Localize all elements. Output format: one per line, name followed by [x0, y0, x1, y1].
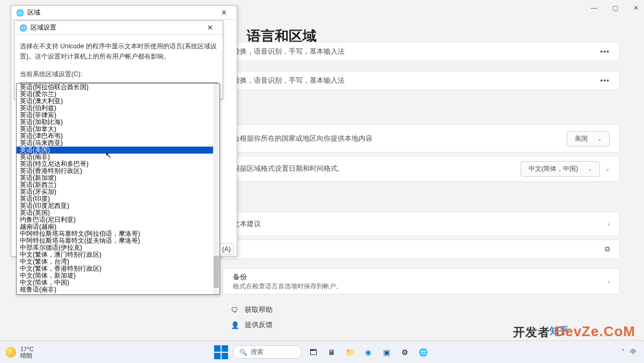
chevron-right-icon: ›: [608, 279, 610, 285]
backup-row[interactable]: 备份 格式在检查语言首选项时保存到帐户。 ›: [223, 268, 620, 294]
external-link-icon: ⧉: [605, 245, 610, 253]
weather-widget[interactable]: 17°C 晴朗: [0, 346, 34, 359]
country-region-row[interactable]: 会根据你所在的国家或地区向你提供本地内容 美国 ⌄: [223, 125, 620, 153]
ime-indicator[interactable]: 中: [630, 347, 636, 357]
text-suggestions-row[interactable]: 文本建议 ›: [223, 212, 620, 236]
more-icon[interactable]: •••: [600, 76, 610, 85]
more-icon[interactable]: •••: [600, 47, 610, 56]
region-settings-description: 选择在不支持 Unicode 的程序中显示文本时所使用的语言(系统区域设置)。这…: [20, 41, 217, 62]
store-icon[interactable]: ▣: [379, 345, 393, 359]
region-settings-title: 区域设置: [31, 23, 56, 32]
system-locale-label: 当前系统区域设置(C):: [20, 69, 217, 79]
taskbar: 17°C 晴朗 🔍 搜索 🗔 🖥 📁 ◉ ▣ ⚙ 🌐 ˄ 中: [0, 340, 644, 363]
globe-icon: 🌐: [19, 24, 27, 32]
sun-icon: [5, 347, 16, 358]
maximize-icon[interactable]: ▢: [612, 4, 618, 12]
admin-language-row[interactable]: ⧉: [223, 239, 620, 259]
card4-text: 根据区域格式设置日期和时间格式。: [233, 164, 345, 173]
locale-dropdown-list[interactable]: 英语(阿拉伯联合酋长国)英语(爱尔兰)英语(澳大利亚)英语(伯利兹)英语(菲律宾…: [16, 83, 220, 295]
search-icon: 🔍: [239, 349, 247, 356]
expand-chevron-icon[interactable]: ⌄: [605, 166, 610, 172]
close-icon[interactable]: ✕: [201, 24, 218, 32]
minimize-icon[interactable]: —: [591, 4, 597, 12]
card2-text: 转换，语音识别，手写，基本输入法: [233, 76, 345, 85]
search-placeholder: 搜索: [251, 347, 264, 357]
pinned-app-2[interactable]: 🌐: [416, 345, 430, 359]
close-icon[interactable]: ✕: [633, 4, 639, 12]
chevron-down-icon: ⌄: [588, 166, 592, 172]
region-dialog-titlebar[interactable]: 🌐 区域 ✕: [11, 6, 237, 20]
window-controls: — ▢ ✕: [591, 4, 639, 12]
backup-sub: 格式在检查语言首选项时保存到帐户。: [233, 282, 342, 291]
file-explorer-icon[interactable]: 📁: [343, 345, 357, 359]
get-help-link[interactable]: 🗨 获取帮助: [231, 305, 273, 315]
locale-option[interactable]: 祖鲁语(南非): [17, 286, 213, 293]
feedback-text: 提供反馈: [245, 320, 273, 330]
backup-title: 备份: [233, 272, 342, 282]
apply-label: (A): [222, 245, 231, 253]
regional-format-dropdown[interactable]: 中文(简体，中国) ⌄: [521, 161, 600, 177]
card1-text: 转换，语音识别，手写，基本输入法: [233, 47, 345, 56]
backup-text-group: 备份 格式在检查语言首选项时保存到帐户。: [233, 272, 342, 291]
regional-format-value: 中文(简体，中国): [529, 164, 578, 173]
taskview-icon[interactable]: 🗔: [306, 345, 320, 359]
feedback-link[interactable]: 👤 提供反馈: [231, 320, 273, 330]
weather-text: 17°C 晴朗: [20, 346, 34, 359]
help-text: 获取帮助: [245, 305, 273, 315]
feedback-icon: 👤: [231, 321, 239, 329]
globe-icon: 🌐: [16, 9, 24, 17]
language-pack-item-1[interactable]: 转换，语音识别，手写，基本输入法 •••: [223, 42, 620, 61]
help-icon: 🗨: [231, 306, 239, 314]
system-tray[interactable]: ˄ 中: [621, 347, 644, 357]
start-button[interactable]: [214, 345, 228, 359]
region-dialog-title: 区域: [27, 8, 40, 17]
locale-scrollbar[interactable]: [213, 84, 219, 294]
language-pack-item-2[interactable]: 转换，语音识别，手写，基本输入法 •••: [223, 71, 620, 90]
watermark-devze: 开发者 DevZe.CoM: [513, 323, 635, 340]
chevron-down-icon: ⌄: [597, 136, 602, 142]
taskbar-search[interactable]: 🔍 搜索: [232, 345, 302, 359]
card3-text: 会根据你所在的国家或地区向你提供本地内容: [233, 134, 372, 143]
locale-scroll-thumb[interactable]: [214, 256, 219, 288]
tray-chevron-icon[interactable]: ˄: [621, 349, 625, 356]
regional-format-row[interactable]: 根据区域格式设置日期和时间格式。 中文(简体，中国) ⌄ ⌄: [223, 156, 620, 182]
taskbar-center: 🔍 搜索 🗔 🖥 📁 ◉ ▣ ⚙ 🌐: [214, 345, 430, 359]
temperature: 17°C: [20, 346, 34, 352]
apply-button-fragment[interactable]: (A): [219, 243, 234, 255]
help-links: 🗨 获取帮助 👤 提供反馈: [231, 305, 273, 335]
country-dropdown[interactable]: 美国 ⌄: [567, 131, 610, 147]
pinned-app-1[interactable]: 🖥: [325, 345, 339, 359]
settings-icon[interactable]: ⚙: [398, 345, 412, 359]
weather-desc: 晴朗: [20, 352, 34, 359]
region-settings-titlebar[interactable]: 🌐 区域设置 ✕: [14, 21, 223, 35]
chevron-right-icon: ›: [608, 221, 610, 227]
country-value: 美国: [575, 134, 588, 143]
close-icon[interactable]: ✕: [215, 9, 232, 17]
edge-icon[interactable]: ◉: [361, 345, 375, 359]
